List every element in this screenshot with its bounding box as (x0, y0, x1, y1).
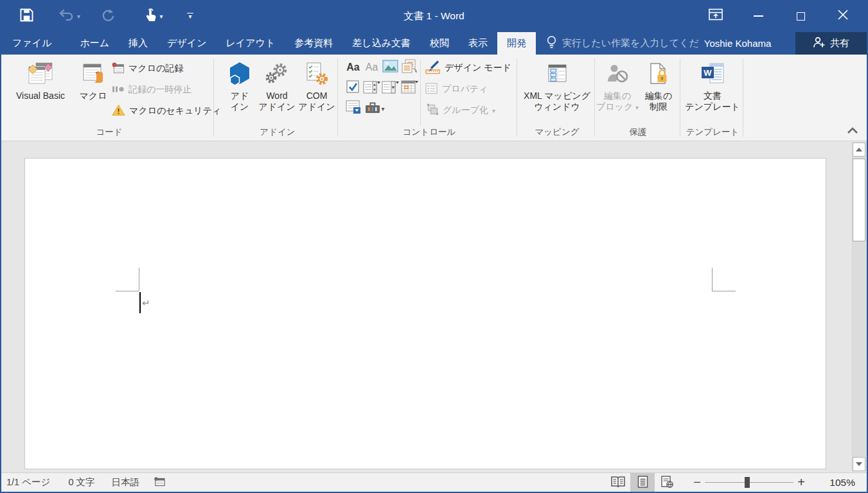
status-bar: 1/1 ページ 0 文字 日本語 − (1, 472, 867, 492)
toolbox-button[interactable]: ▾ (363, 100, 386, 117)
group-label-addins: アドイン (217, 126, 338, 138)
share-button[interactable]: 共有 (795, 32, 867, 55)
redo-button[interactable] (96, 5, 118, 27)
grouping-dropdown-icon: ▾ (492, 107, 495, 114)
tab-developer[interactable]: 開発 (497, 32, 536, 55)
com-addins-label-line1: COM (306, 91, 328, 101)
margin-crop-mark-right-vertical (712, 268, 713, 291)
macro-recording-status-button[interactable] (154, 476, 166, 489)
document-template-button[interactable]: W 文書 テンプレート (684, 56, 741, 123)
read-mode-button[interactable] (606, 473, 630, 492)
plain-text-content-control-button[interactable]: Aa (363, 59, 380, 76)
pause-recording-button[interactable]: 記録の一時停止 (112, 82, 191, 98)
xml-mapping-label-line2: ウィンドウ (534, 101, 580, 112)
tab-insert[interactable]: 挿入 (119, 32, 157, 55)
vertical-scrollbar[interactable] (851, 143, 867, 471)
zoom-slider[interactable] (705, 477, 793, 488)
group-code: Visual Basic マクロ (4, 55, 215, 141)
tab-home[interactable]: ホーム (70, 32, 119, 55)
word-count[interactable]: 0 文字 (68, 476, 94, 489)
restrict-editing-button[interactable]: 編集の 制限 (640, 56, 677, 123)
group-mapping: XML マッピング ウィンドウ マッピング (519, 55, 595, 141)
tab-review[interactable]: 校閲 (420, 32, 459, 55)
group-label-protect: 保護 (596, 126, 680, 138)
block-authors-label-line2: ブロック ▾ (596, 101, 639, 113)
properties-button[interactable]: プロパティ (425, 81, 488, 98)
web-layout-button[interactable] (655, 473, 679, 492)
zoom-slider-thumb[interactable] (745, 477, 750, 488)
touch-mode-icon (144, 7, 157, 25)
scroll-up-icon (856, 148, 862, 151)
tab-file[interactable]: ファイル (3, 32, 61, 55)
dropdown-list-content-control-button[interactable] (382, 80, 399, 96)
page-indicator[interactable]: 1/1 ページ (6, 476, 50, 489)
collapse-ribbon-button[interactable] (847, 125, 858, 137)
ribbon-display-options-button[interactable] (695, 0, 737, 32)
rich-text-content-control-button[interactable]: Aa (344, 59, 362, 76)
picture-content-control-button[interactable] (382, 59, 399, 76)
touch-mouse-mode-button[interactable]: ▾ (136, 5, 171, 27)
print-layout-button[interactable] (630, 473, 655, 492)
document-canvas[interactable]: ↵ (1, 141, 867, 472)
group-separator (594, 58, 595, 137)
restrict-editing-label-line2: 制限 (650, 101, 668, 112)
legacy-tools-button[interactable] (344, 100, 362, 117)
maximize-button[interactable] (779, 0, 822, 32)
language-indicator[interactable]: 日本語 (111, 476, 139, 489)
zoom-level[interactable]: 105% (818, 477, 855, 489)
com-addins-button[interactable]: COM アドイン (298, 56, 335, 123)
group-controls-button[interactable]: グループ化 ▾ (425, 102, 495, 119)
checkbox-content-control-button[interactable] (344, 80, 362, 96)
pause-recording-icon (112, 85, 125, 96)
word-addins-label-line2: アドイン (258, 101, 295, 112)
scroll-up-button[interactable] (853, 143, 865, 157)
maximize-icon (797, 12, 805, 21)
tab-view[interactable]: 表示 (459, 32, 497, 55)
addins-button[interactable]: アド イン (225, 56, 254, 123)
undo-button[interactable]: ▾ (53, 5, 86, 27)
tell-me-search[interactable]: 実行したい作業を入力してくだ (546, 32, 699, 55)
building-block-control-icon (402, 59, 418, 76)
building-block-gallery-control-button[interactable] (401, 59, 418, 76)
group-separator (743, 58, 743, 137)
macros-button[interactable]: マクロ (76, 56, 111, 123)
tab-design[interactable]: デザイン (157, 32, 216, 55)
chevron-up-icon (847, 125, 858, 136)
grouping-icon (425, 103, 439, 117)
tab-layout[interactable]: レイアウト (217, 32, 285, 55)
group-protect: 編集の ブロック ▾ 編集の 制限 保護 (596, 55, 680, 141)
scroll-down-button[interactable] (853, 457, 865, 471)
save-button[interactable] (15, 5, 37, 27)
word-addins-button[interactable]: Word アドイン (257, 56, 297, 123)
checkbox-control-icon (346, 80, 360, 96)
toolbox-icon (364, 100, 381, 117)
signed-in-user[interactable]: Yoshie Kohama (704, 38, 772, 49)
design-mode-button[interactable]: デザイン モード (425, 60, 511, 76)
close-button[interactable] (822, 0, 864, 32)
tab-references[interactable]: 参考資料 (285, 32, 342, 55)
paragraph-mark: ↵ (142, 297, 150, 309)
document-page[interactable] (24, 158, 826, 469)
zoom-out-button[interactable]: − (689, 475, 705, 490)
combo-box-content-control-button[interactable] (363, 80, 380, 96)
block-authors-button[interactable]: 編集の ブロック ▾ (598, 56, 637, 123)
scroll-down-icon (856, 462, 862, 466)
undo-dropdown-icon[interactable]: ▾ (77, 13, 80, 20)
group-addins: アド イン Word アドイン (217, 55, 338, 141)
touch-mode-dropdown-icon[interactable]: ▾ (159, 13, 163, 20)
xml-mapping-pane-button[interactable]: XML マッピング ウィンドウ (521, 56, 593, 123)
toolbox-dropdown-icon: ▾ (381, 105, 384, 112)
margin-crop-mark-left-horizontal (116, 291, 139, 291)
macro-security-button[interactable]: マクロのセキュリティ (112, 103, 221, 119)
block-authors-label-line1: 編集の (604, 91, 631, 101)
visual-basic-button[interactable]: Visual Basic (6, 56, 75, 123)
customize-qat-button[interactable]: ▾ (181, 5, 199, 27)
minimize-button[interactable] (737, 0, 779, 32)
zoom-in-button[interactable]: + (793, 475, 809, 490)
document-template-label-line1: 文書 (704, 91, 722, 101)
scrollbar-thumb[interactable] (853, 159, 865, 241)
tab-mailings[interactable]: 差し込み文書 (342, 32, 420, 55)
record-macro-button[interactable]: マクロの記録 (112, 60, 183, 77)
date-picker-content-control-button[interactable] (401, 80, 418, 96)
grouping-label: グループ化 (443, 105, 488, 116)
